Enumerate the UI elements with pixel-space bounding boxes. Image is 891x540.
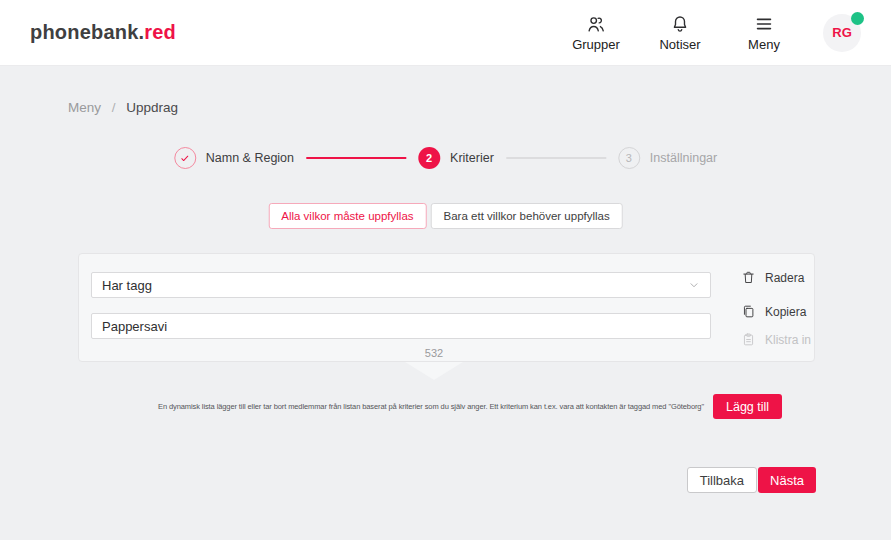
users-icon: [585, 13, 607, 35]
copy-criterion-button[interactable]: Kopiera: [741, 304, 806, 319]
check-icon: [174, 147, 196, 169]
breadcrumb-parent[interactable]: Meny: [68, 100, 101, 115]
paste-icon: [741, 332, 756, 347]
nav-item-label: Grupper: [572, 37, 620, 52]
step-installningar[interactable]: 3 Inställningar: [618, 147, 717, 169]
add-criterion-button[interactable]: Lägg till: [713, 394, 782, 419]
step-label: Inställningar: [650, 151, 717, 165]
toggle-all-conditions[interactable]: Alla vilkor måste uppfyllas: [268, 203, 426, 229]
hamburger-icon: [753, 13, 775, 35]
chevron-down-icon: [688, 279, 700, 291]
step-label: Kriterier: [450, 151, 494, 165]
user-avatar[interactable]: RG: [823, 14, 861, 52]
condition-value-input[interactable]: [91, 313, 711, 339]
match-mode-toggle: Alla vilkor måste uppfyllas Bara ett vil…: [268, 203, 623, 229]
nav-item-notifications[interactable]: Notiser: [655, 13, 705, 52]
nav-item-groups[interactable]: Grupper: [571, 13, 621, 52]
step-kriterier[interactable]: 2 Kriterier: [418, 147, 494, 169]
online-status-dot: [851, 12, 864, 25]
step-number-badge: 2: [418, 147, 440, 169]
app-logo[interactable]: phonebank.red: [30, 21, 176, 44]
step-number-badge: 3: [618, 147, 640, 169]
paste-criterion-button-disabled[interactable]: Klistra in: [741, 332, 811, 347]
header-right: Grupper Notiser Meny RG: [571, 13, 861, 52]
top-header: phonebank.red Grupper Notiser: [0, 0, 891, 66]
dynamic-list-help-text: En dynamisk lista lägger till eller tar …: [158, 402, 704, 411]
stepper-connector: [506, 157, 606, 159]
delete-criterion-button[interactable]: Radera: [741, 270, 804, 285]
criteria-card: Har tagg Radera Kopiera: [78, 253, 815, 362]
action-label: Klistra in: [765, 333, 811, 347]
match-count-badge: 532: [405, 347, 463, 359]
nav-item-label: Notiser: [659, 37, 700, 52]
avatar-initials: RG: [832, 25, 852, 40]
wizard-stepper: Namn & Region 2 Kriterier 3 Inställninga…: [174, 147, 717, 169]
stepper-connector-done: [306, 157, 406, 159]
nav-item-label: Meny: [748, 37, 780, 52]
nav-item-menu[interactable]: Meny: [739, 13, 789, 52]
toggle-any-condition[interactable]: Bara ett villkor behöver uppfyllas: [431, 203, 623, 229]
action-label: Kopiera: [765, 305, 806, 319]
breadcrumb-separator: /: [112, 100, 116, 115]
copy-icon: [741, 304, 756, 319]
condition-type-select[interactable]: Har tagg: [91, 272, 711, 298]
card-pointer-notch: [405, 362, 463, 380]
back-button[interactable]: Tillbaka: [687, 467, 757, 493]
next-button[interactable]: Nästa: [758, 467, 816, 493]
logo-text-black: phonebank.: [30, 21, 144, 43]
step-label: Namn & Region: [206, 151, 294, 165]
breadcrumb: Meny / Uppdrag: [68, 100, 178, 115]
trash-icon: [741, 270, 756, 285]
action-label: Radera: [765, 271, 804, 285]
breadcrumb-current: Uppdrag: [126, 100, 178, 115]
step-namn-region[interactable]: Namn & Region: [174, 147, 294, 169]
bell-icon: [669, 13, 691, 35]
condition-type-value: Har tagg: [102, 278, 152, 293]
logo-text-red: red: [144, 21, 176, 43]
